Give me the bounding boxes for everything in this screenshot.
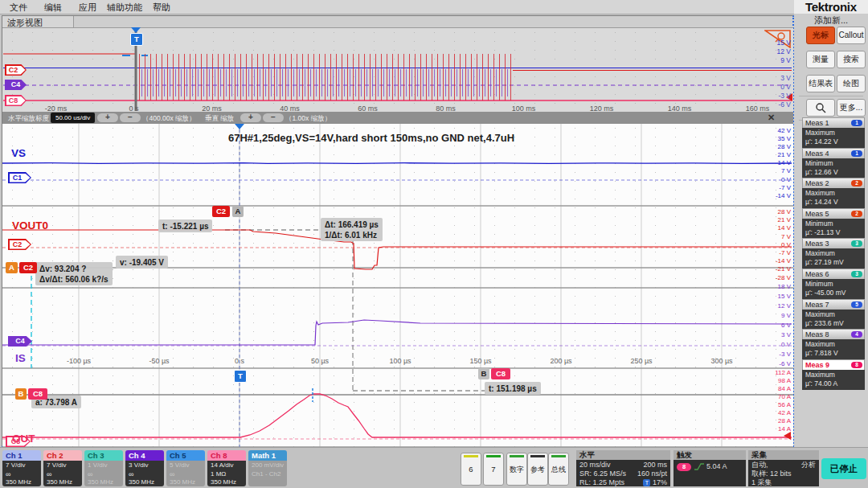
v-zoom-label: 垂直 缩放 xyxy=(205,114,234,124)
channel-impedance: 1 MΩ xyxy=(211,470,246,479)
measurement-badge[interactable]: Meas 11Maximumµ': 14.22 V xyxy=(802,117,865,148)
menu-bar: 文件 编辑 应用 辅助功能 帮助 xyxy=(0,0,796,14)
scale-label: 0 V xyxy=(754,341,791,351)
digital-6-button[interactable]: 6 xyxy=(461,453,481,486)
cursor-a-badge-left[interactable]: A xyxy=(6,262,18,273)
menu-file[interactable]: 文件 xyxy=(10,2,27,14)
trigger-badge-overview[interactable]: T xyxy=(130,33,143,46)
channel-badge-ch8[interactable]: Ch 814 A/div1 MΩ350 MHz xyxy=(207,450,246,486)
measurement-badge[interactable]: Meas 33Maximumµ': 27.19 mV xyxy=(802,238,865,269)
callout-button[interactable]: Callout xyxy=(837,27,866,44)
scale-label: 56 A xyxy=(754,401,791,409)
menu-help[interactable]: 帮助 xyxy=(153,2,170,14)
channel-badge-math1[interactable]: Math 1200 mV/divCh1 - Ch2 xyxy=(248,450,287,486)
time-label: 150 µs xyxy=(440,357,521,365)
cursor-dt-readout[interactable]: Δt: 166.419 µs1/Δt: 6.01 kHz xyxy=(321,218,383,241)
cursor-c8-badge[interactable]: C8 xyxy=(491,368,510,379)
h-resolution: 160 ns/pt xyxy=(637,470,667,478)
measurement-source-badge: 2 xyxy=(851,211,862,217)
scale-label: 0 V xyxy=(759,83,791,92)
more-button[interactable]: 更多... xyxy=(837,99,866,117)
horizontal-panel[interactable]: 水平 20 ms/div200 ms SR: 6.25 MS/s160 ns/p… xyxy=(576,450,670,487)
measurement-value: µ': 12.66 V xyxy=(805,168,862,177)
cursor-c8-badge-left[interactable]: C8 xyxy=(28,388,47,400)
scale-label: 15 V xyxy=(759,39,791,47)
channel-scale: 5 V/div xyxy=(170,461,205,470)
h-zoom-scale-value[interactable]: 50.00 us/div xyxy=(51,113,95,123)
bottom-bar: Ch 17 V/div∞350 MHzCh 27 V/div∞350 MHzCh… xyxy=(0,447,868,488)
cursor-c2-badge-left[interactable]: C2 xyxy=(19,262,37,273)
v-zoom-plus-button[interactable]: + xyxy=(240,113,261,122)
annotation-callout[interactable]: 67H#1,25deg,VS=14V,hard short 150ms,no G… xyxy=(228,132,514,144)
trigger-badge-main[interactable]: T xyxy=(234,370,247,383)
measure-button[interactable]: 测量 xyxy=(806,51,835,68)
measurement-value: µ': 74.00 A xyxy=(805,379,862,388)
plot-button[interactable]: 绘图 xyxy=(837,75,866,92)
search-button[interactable]: 搜索 xyxy=(837,51,866,68)
measurement-source-badge: 5 xyxy=(851,301,862,308)
v-zoom-factor: （1.00x 缩放） xyxy=(285,114,331,124)
menu-apps[interactable]: 应用 xyxy=(79,2,96,14)
channel-scale: 200 mV/div xyxy=(252,461,287,470)
measurement-badge[interactable]: Meas 98Maximumµ': 74.00 A xyxy=(802,359,865,390)
cursor-dv-readout[interactable]: Δv: 93.204 ?Δv/Δt: 560.06 k?/s xyxy=(35,262,113,285)
scale-label: 12 V xyxy=(754,302,791,312)
cursor-button[interactable]: 光标 xyxy=(806,27,835,44)
zoom-tool-button[interactable] xyxy=(806,99,835,117)
channel-label: Math 1 xyxy=(248,450,287,461)
h-zoom-plus-button[interactable]: + xyxy=(97,113,118,122)
cursor-v-readout[interactable]: v: -19.405 V xyxy=(116,256,168,269)
menu-accessibility[interactable]: 辅助功能 xyxy=(107,2,142,14)
menu-edit[interactable]: 编辑 xyxy=(44,2,62,14)
reference-button[interactable]: 参考 xyxy=(527,453,548,486)
channel-badge-ch3[interactable]: Ch 31 V/div∞350 MHz xyxy=(84,450,123,486)
measurement-badge[interactable]: Meas 84Maximumµ': 7.818 V xyxy=(802,329,865,359)
digital-group-button[interactable]: 数字 xyxy=(506,453,527,486)
cursor-a-badge[interactable]: A xyxy=(232,206,244,217)
close-zoom-icon[interactable]: ✕ xyxy=(768,113,775,123)
overview-strip[interactable]: T C2 C4 C8 15 V12 V9 V 3 V0 V-3 V-6 V -2… xyxy=(2,27,793,113)
digital-7-button[interactable]: 7 xyxy=(483,453,504,486)
channel-badge-ch5[interactable]: Ch 55 V/div∞350 MHz xyxy=(166,450,205,486)
time-label: -100 µs xyxy=(39,357,119,365)
acquisition-panel[interactable]: 采集 自动,分析 取样: 12 bits 1 采集 xyxy=(748,450,819,487)
trigger-position-icon: T xyxy=(643,479,650,486)
measurement-badge[interactable]: Meas 63Minimumµ': -45.00 mV xyxy=(802,269,865,299)
probe-icon: ∞ xyxy=(47,470,82,479)
scale-label: 14 V xyxy=(754,224,791,232)
measurement-badge[interactable]: Meas 75Maximumµ': 233.6 mV xyxy=(802,299,865,330)
channel-label: Ch 2 xyxy=(43,450,82,461)
measurement-badge[interactable]: Meas 22Maximumµ': 14.24 V xyxy=(802,178,865,208)
channel-scale: 7 V/div xyxy=(47,461,82,470)
results-table-button[interactable]: 结果表 xyxy=(806,75,835,92)
cursor-b-badge-left[interactable]: B xyxy=(15,388,27,400)
scale-label: -21 V xyxy=(754,265,791,273)
cursor-t2-readout[interactable]: t: 151.198 µs xyxy=(485,382,541,395)
measurement-value: µ': 233.6 mV xyxy=(805,319,862,328)
dv-value: Δv: 93.204 ? xyxy=(39,264,108,274)
measurement-name: Meas 75 xyxy=(802,299,865,310)
measurement-name: Meas 63 xyxy=(802,269,865,279)
scale-label: 15 V xyxy=(754,293,791,302)
channel-scale: 14 A/div xyxy=(211,461,246,470)
cursor-t1-readout[interactable]: t: -15.221 µs xyxy=(158,219,212,232)
channel-badge-ch1[interactable]: Ch 17 V/div∞350 MHz xyxy=(2,450,41,486)
measurement-stat: Maximum xyxy=(805,249,862,258)
bus-button[interactable]: 总线 xyxy=(548,453,569,486)
stop-button[interactable]: 已停止 xyxy=(821,458,866,479)
measurement-badge[interactable]: Meas 41Minimumµ': 12.66 V xyxy=(802,148,865,178)
trigger-panel[interactable]: 触发 8 5.04 A xyxy=(674,450,746,487)
scale-label: -7 V xyxy=(754,184,791,192)
scale-label: 28 A xyxy=(754,417,791,425)
cursor-b-badge[interactable]: B xyxy=(478,368,489,379)
main-graticule[interactable]: 67H#1,25deg,VS=14V,hard short 150ms,no G… xyxy=(2,124,793,448)
channel-badge-ch4[interactable]: Ch 43 V/div∞350 MHz xyxy=(125,450,164,486)
channel-badge-ch2[interactable]: Ch 27 V/div∞350 MHz xyxy=(43,450,82,486)
time-label: 100 µs xyxy=(360,357,440,365)
cursor-c2-badge[interactable]: C2 xyxy=(212,206,230,217)
h-zoom-minus-button[interactable]: − xyxy=(120,113,141,122)
acq-count: 1 采集 xyxy=(751,478,816,487)
v-zoom-minus-button[interactable]: − xyxy=(263,113,284,122)
measurement-badge[interactable]: Meas 52Minimumµ': -21.13 V xyxy=(802,208,865,239)
time-label: 50 µs xyxy=(280,357,360,365)
